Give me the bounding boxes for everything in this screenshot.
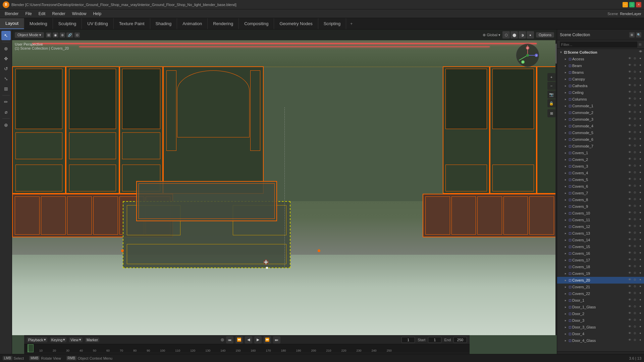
viewport-proportional-btn[interactable]: ⊙ (74, 33, 80, 38)
render-8[interactable]: ● (638, 197, 643, 202)
restrict-8[interactable]: ⊙ (633, 197, 637, 202)
viewport-options-btn[interactable]: ⊞ (46, 33, 51, 38)
viewport-snap-btn[interactable]: 🔗 (66, 33, 73, 38)
global-selector[interactable]: ⊕ Global ▾ (483, 33, 500, 37)
close-button[interactable]: ✕ (636, 2, 641, 7)
eye-2[interactable]: 👁 (627, 157, 632, 162)
restrict-12[interactable]: ⊙ (633, 224, 637, 229)
tree-item-beam[interactable]: ▸ ⊡ Beam 👁 ⊙ ● (557, 62, 644, 69)
restrict-icon-commode-1[interactable]: ⊙ (633, 104, 637, 108)
timeline-track[interactable]: 1 10 20 30 40 50 60 70 80 90 100 110 120… (24, 344, 470, 352)
vp-camera-btn[interactable]: 📷 (547, 90, 555, 99)
outliner-tree[interactable]: ▾ ⊡ Scene Collection 👁 ▸ ⊡ Access 👁 ⊙ ● (557, 49, 644, 351)
tree-item-commode-6[interactable]: ▸ ⊡ Commode_6 👁 ⊙ ● (557, 136, 644, 143)
restrict-4[interactable]: ⊙ (633, 171, 637, 175)
restrict-22[interactable]: ⊙ (633, 291, 637, 296)
eye-14[interactable]: 👁 (627, 238, 632, 242)
render-22[interactable]: ● (638, 291, 643, 296)
eye-icon-beam[interactable]: 👁 (627, 63, 632, 68)
render-icon-beams[interactable]: ● (638, 70, 643, 75)
menu-blender[interactable]: Blender (1, 10, 22, 17)
render-door2[interactable]: ● (638, 311, 643, 316)
tree-item-covers-13[interactable]: ▸ ⊡ Covers_13 👁⊙● (557, 230, 644, 237)
tab-shading[interactable]: Shading (150, 18, 177, 29)
menu-edit[interactable]: Edit (35, 10, 49, 17)
menu-window[interactable]: Window (69, 10, 90, 17)
restrict-icon-access[interactable]: ⊙ (633, 57, 637, 61)
restrict-icon-commode-3[interactable]: ⊙ (633, 117, 637, 122)
viewport-scrollbar[interactable] (555, 40, 557, 335)
eye-18[interactable]: 👁 (627, 264, 632, 269)
restrict-icon-beam[interactable]: ⊙ (633, 63, 637, 68)
eye-7[interactable]: 👁 (627, 191, 632, 195)
tab-scripting[interactable]: Scripting (318, 18, 346, 29)
render-20[interactable]: ● (638, 278, 643, 283)
tab-geometry-nodes[interactable]: Geometry Nodes (274, 18, 318, 29)
tab-sculpting[interactable]: Sculpting (53, 18, 82, 29)
solid-btn[interactable]: ⬤ (511, 31, 518, 39)
tree-item-commode-4[interactable]: ▸ ⊡ Commode_4 👁 ⊙ ● (557, 123, 644, 129)
restrict-icon-cathedra[interactable]: ⊙ (633, 83, 637, 88)
restrict-door1g[interactable]: ⊙ (633, 305, 637, 309)
scene-collection-item[interactable]: ▾ ⊡ Scene Collection 👁 (557, 49, 644, 56)
tree-item-cathedra[interactable]: ▸ ⊡ Cathedra 👁 ⊙ ● (557, 82, 644, 89)
eye-10[interactable]: 👁 (627, 211, 632, 216)
tree-item-covers-20[interactable]: ▸ ⊡ Covers_20 👁 ⊙ ● (557, 277, 644, 284)
render-15[interactable]: ● (638, 244, 643, 249)
tree-item-door-4-glass[interactable]: ▸ ⊡ Door_4_Glass 👁⊙● (557, 337, 644, 344)
tree-item-covers-10[interactable]: ▸ ⊡ Covers_10 👁⊙● (557, 210, 644, 217)
restrict-18[interactable]: ⊙ (633, 264, 637, 269)
eye-12[interactable]: 👁 (627, 224, 632, 229)
restrict-21[interactable]: ⊙ (633, 285, 637, 289)
vp-grid-btn[interactable]: ⊞ (547, 109, 555, 117)
render-icon-beam[interactable]: ● (638, 63, 643, 68)
step-back-btn[interactable]: ⏪ (235, 336, 243, 344)
tree-item-covers-1[interactable]: ▸ ⊡ Covers_1 👁 ⊙ ● (557, 149, 644, 156)
tab-layout[interactable]: Layout (0, 18, 24, 29)
menu-render[interactable]: Render (49, 10, 68, 17)
render-13[interactable]: ● (638, 231, 643, 236)
restrict-20[interactable]: ⊙ (633, 278, 637, 283)
restrict-9[interactable]: ⊙ (633, 204, 637, 209)
restrict-icon-beams[interactable]: ⊙ (633, 70, 637, 75)
render-16[interactable]: ● (638, 251, 643, 256)
skip-to-end-btn[interactable]: ⏭ (273, 336, 280, 344)
playback-dropdown[interactable]: Playback ▾ (27, 337, 47, 342)
restrict-icon-commode-6[interactable]: ⊙ (633, 137, 637, 142)
render-door3g[interactable]: ● (638, 325, 643, 329)
record-btn[interactable] (221, 338, 224, 342)
play-reverse-btn[interactable]: ◀ (245, 336, 252, 344)
tree-item-access[interactable]: ▸ ⊡ Access 👁 ⊙ ● (557, 56, 644, 62)
render-3[interactable]: ● (638, 164, 643, 169)
eye-5[interactable]: 👁 (627, 177, 632, 182)
restrict-icon-columns[interactable]: ⊙ (633, 97, 637, 102)
render-7[interactable]: ● (638, 191, 643, 195)
render-icon-commode-7[interactable]: ● (638, 144, 643, 148)
tree-item-covers-2[interactable]: ▸ ⊡ Covers_2 👁⊙● (557, 156, 644, 163)
tree-item-columns[interactable]: ▸ ⊡ Columns 👁 ⊙ ● (557, 96, 644, 103)
tree-item-covers-11[interactable]: ▸ ⊡ Covers_11 👁⊙● (557, 217, 644, 223)
tree-item-commode-3[interactable]: ▸ ⊡ Commode_3 👁 ⊙ ● (557, 116, 644, 123)
tool-add-object[interactable]: ⊕ (1, 120, 11, 130)
restrict-10[interactable]: ⊙ (633, 211, 637, 216)
render-icon-cathedra[interactable]: ● (638, 83, 643, 88)
render-door3[interactable]: ● (638, 318, 643, 323)
tree-item-door-3[interactable]: ▸ ⊡ Door_3 👁⊙● (557, 317, 644, 324)
render-5[interactable]: ● (638, 177, 643, 182)
render-6[interactable]: ● (638, 184, 643, 189)
current-frame-input[interactable] (401, 337, 415, 343)
material-btn[interactable]: ◑ (519, 31, 526, 39)
render-18[interactable]: ● (638, 264, 643, 269)
restrict-16[interactable]: ⊙ (633, 251, 637, 256)
eye-door2[interactable]: 👁 (627, 311, 632, 316)
eye-3[interactable]: 👁 (627, 164, 632, 169)
menu-file[interactable]: File (22, 10, 35, 17)
tool-annotate[interactable]: ✏ (1, 97, 11, 107)
vp-zoom-in-btn[interactable]: + (547, 73, 555, 81)
tool-move[interactable]: ✥ (1, 54, 11, 63)
vp-zoom-out-btn[interactable]: − (547, 82, 555, 90)
viewport-overlay-btn[interactable]: ◉ (53, 33, 58, 38)
tree-item-covers-14[interactable]: ▸ ⊡ Covers_14 👁⊙● (557, 237, 644, 243)
tree-item-covers-5[interactable]: ▸ ⊡ Covers_5 👁⊙● (557, 176, 644, 183)
tree-item-covers-16[interactable]: ▸ ⊡ Covers_16 👁⊙● (557, 250, 644, 257)
